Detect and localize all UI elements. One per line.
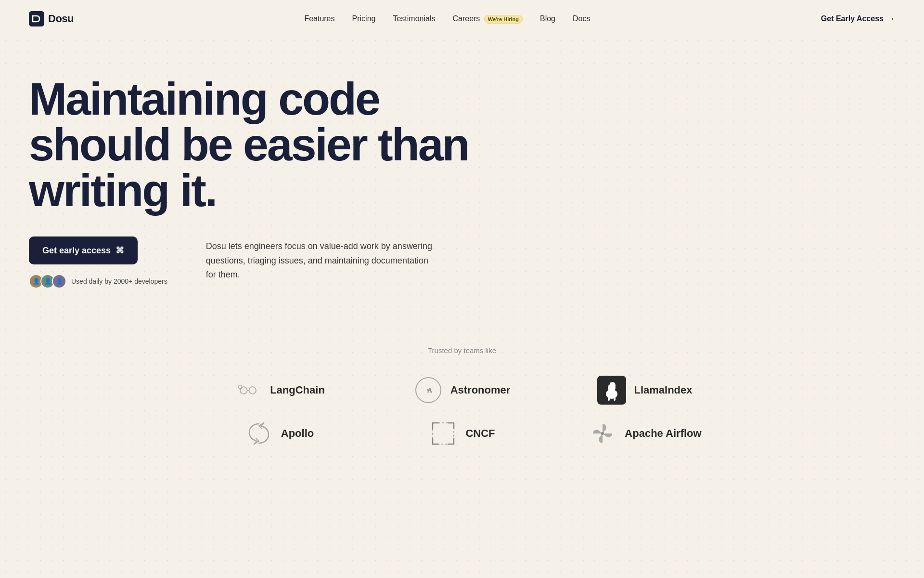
hiring-badge: We're Hiring — [484, 15, 523, 24]
svg-point-14 — [610, 382, 616, 389]
svg-rect-15 — [608, 397, 610, 401]
company-grid: LangChain A Astronomer — [197, 376, 727, 448]
get-early-access-button[interactable]: Get early access ⌘ — [29, 236, 138, 264]
company-langchain: LangChain — [197, 376, 361, 405]
nav-item-blog[interactable]: Blog — [540, 14, 555, 23]
langchain-name: LangChain — [270, 384, 325, 396]
hero-headline: Maintaining code should be easier than w… — [29, 76, 510, 213]
logo-text: Dosu — [48, 13, 74, 25]
llamaindex-logo — [597, 376, 626, 405]
hero-description: Dosu lets engineers focus on value-add w… — [206, 236, 437, 282]
cursor-icon: ⌘ — [116, 245, 124, 256]
avatar-3: 👤 — [52, 274, 66, 289]
company-llamaindex: LlamaIndex — [563, 376, 727, 405]
svg-point-18 — [601, 432, 604, 435]
svg-rect-17 — [433, 423, 454, 444]
cncf-logo — [429, 419, 458, 448]
svg-text:A: A — [427, 387, 433, 394]
nav-item-features[interactable]: Features — [304, 14, 334, 23]
navbar: Dosu Features Pricing Testimonials Caree… — [0, 0, 924, 38]
trusted-label: Trusted by teams like — [29, 346, 895, 355]
trusted-section: Trusted by teams like LangChain — [0, 317, 924, 467]
llamaindex-name: LlamaIndex — [634, 384, 692, 396]
airflow-logo — [588, 419, 617, 448]
hero-section: Maintaining code should be easier than w… — [0, 38, 578, 317]
svg-rect-16 — [614, 397, 616, 401]
hero-left: Get early access ⌘ 👤 👤 👤 Used daily by 2… — [29, 236, 167, 289]
logo-link[interactable]: Dosu — [29, 11, 74, 26]
nav-item-careers[interactable]: Careers We're Hiring — [452, 14, 523, 23]
cncf-name: CNCF — [465, 427, 495, 440]
svg-rect-0 — [29, 11, 44, 26]
astronomer-name: Astronomer — [450, 384, 511, 396]
avatar-group: 👤 👤 👤 — [29, 274, 66, 289]
logo-icon — [29, 11, 44, 26]
apollo-logo — [244, 419, 273, 448]
astronomer-logo: A — [414, 376, 443, 405]
social-proof-text: Used daily by 2000+ developers — [71, 277, 167, 285]
company-astronomer: A Astronomer — [380, 376, 544, 405]
social-proof: 👤 👤 👤 Used daily by 2000+ developers — [29, 274, 167, 289]
nav-links: Features Pricing Testimonials Careers We… — [304, 14, 590, 23]
svg-point-2 — [249, 387, 256, 394]
svg-line-5 — [241, 388, 242, 389]
airflow-name: Apache Airflow — [625, 427, 701, 440]
nav-item-testimonials[interactable]: Testimonials — [393, 14, 435, 23]
company-cncf: CNCF — [380, 419, 544, 448]
company-apollo: Apollo — [197, 419, 361, 448]
arrow-icon: → — [886, 14, 895, 24]
hero-bottom: Get early access ⌘ 👤 👤 👤 Used daily by 2… — [29, 236, 549, 289]
company-airflow: Apache Airflow — [563, 419, 727, 448]
langchain-logo — [233, 376, 262, 405]
apollo-name: Apollo — [281, 427, 314, 440]
nav-item-pricing[interactable]: Pricing — [352, 14, 376, 23]
nav-get-early-access[interactable]: Get Early Access → — [821, 14, 895, 24]
nav-item-docs[interactable]: Docs — [573, 14, 590, 23]
